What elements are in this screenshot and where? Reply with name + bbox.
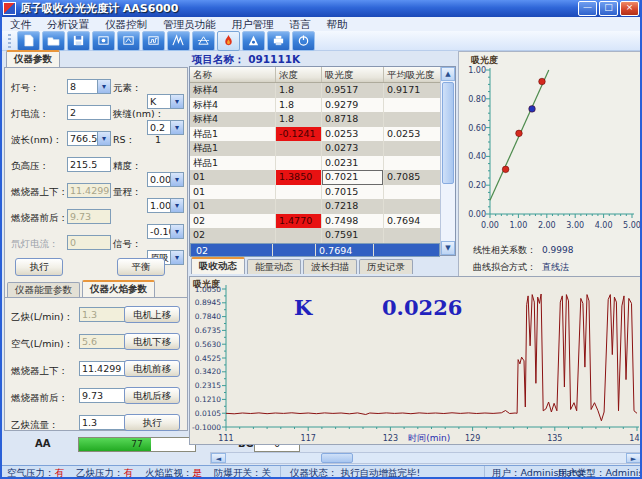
minimize-button[interactable]: — bbox=[578, 1, 597, 16]
autosampler-button[interactable] bbox=[242, 31, 265, 51]
menu-analysis-settings[interactable]: 分析设置 bbox=[39, 17, 97, 31]
acetylene-flow-display: 1.3 bbox=[79, 307, 129, 322]
table-row[interactable]: 010.7218 bbox=[190, 199, 440, 214]
scrollbar-thumb[interactable] bbox=[442, 82, 454, 184]
burner-height-input[interactable]: 11.4299 bbox=[79, 361, 129, 376]
lamp-current-label: 灯电流： bbox=[11, 108, 49, 121]
flame-monitor-status: 火焰监视：是 bbox=[145, 467, 202, 479]
close-button[interactable]: × bbox=[620, 1, 639, 16]
lamp-number-select[interactable]: 8▾ bbox=[67, 79, 111, 94]
tab-absorbance-dynamic[interactable]: 吸收动态 bbox=[191, 257, 245, 274]
tab-history[interactable]: 历史记录 bbox=[359, 259, 413, 274]
fit-method-line: 曲线拟合方式：直线法 bbox=[473, 261, 569, 274]
energy-auto-gain-icon bbox=[147, 34, 160, 47]
scrollbar-thumb[interactable] bbox=[321, 453, 353, 463]
header-avg-absorbance: 平均吸光度 bbox=[384, 67, 440, 82]
table-row[interactable]: 011.38500.70210.7085 bbox=[190, 170, 440, 185]
tab-wavelength-scan[interactable]: 波长扫描 bbox=[303, 259, 357, 274]
user-type-status: 用户类型：Administrator bbox=[558, 467, 642, 479]
motor-back-button[interactable]: 电机后移 bbox=[124, 387, 180, 404]
save-icon bbox=[72, 34, 85, 47]
table-row[interactable]: 标样41.80.8718 bbox=[190, 112, 440, 127]
svg-text:时间(min): 时间(min) bbox=[408, 433, 450, 443]
tab-flame-params[interactable]: 仪器火焰参数 bbox=[82, 280, 155, 297]
maximize-button[interactable]: □ bbox=[599, 1, 618, 16]
svg-text:0.20: 0.20 bbox=[468, 181, 486, 190]
menu-help[interactable]: 帮助 bbox=[319, 17, 356, 31]
table-vertical-scrollbar[interactable]: ▲ ▼ bbox=[440, 67, 455, 255]
svg-text:0.0105: 0.0105 bbox=[195, 409, 221, 418]
dynamic-tabstrip: 吸收动态 能量动态 波长扫描 历史记录 bbox=[191, 258, 415, 274]
svg-text:1.00: 1.00 bbox=[468, 66, 486, 75]
execute-flame-button[interactable]: 执行 bbox=[124, 414, 180, 431]
table-row[interactable]: 样品1-0.12410.02530.0253 bbox=[190, 127, 440, 142]
focused-cell: 0.7021 bbox=[322, 170, 384, 185]
lamp-current-input[interactable]: 2 bbox=[67, 105, 111, 120]
energy-auto-gain-button[interactable] bbox=[142, 31, 165, 51]
menu-file[interactable]: 文件 bbox=[2, 17, 39, 31]
menu-language[interactable]: 语言 bbox=[282, 17, 319, 31]
svg-text:129: 129 bbox=[465, 434, 480, 443]
save-button[interactable] bbox=[67, 31, 90, 51]
air-label: 空气(L/min)： bbox=[11, 338, 73, 351]
dropdown-arrow-icon: ▾ bbox=[97, 80, 110, 93]
svg-text:0.7840: 0.7840 bbox=[195, 312, 221, 321]
svg-text:-0.1000: -0.1000 bbox=[192, 423, 221, 432]
motor-down-button[interactable]: 电机下移 bbox=[124, 333, 180, 350]
table-row[interactable]: 样品10.0231 bbox=[190, 156, 440, 171]
flame-icon bbox=[222, 34, 235, 47]
lamp-setup-button[interactable] bbox=[92, 31, 115, 51]
chart-horizontal-scrollbar[interactable]: ◄ ► bbox=[210, 452, 642, 464]
neg-hv-input[interactable]: 215.5 bbox=[67, 157, 111, 172]
svg-text:1.0050: 1.0050 bbox=[195, 285, 221, 294]
menu-instrument-control[interactable]: 仪器控制 bbox=[97, 17, 155, 31]
menu-admin-functions[interactable]: 管理员功能 bbox=[155, 17, 224, 31]
menu-user-management[interactable]: 用户管理 bbox=[224, 17, 282, 31]
monochromator-button[interactable] bbox=[192, 31, 215, 51]
table-row[interactable]: 标样41.80.9279 bbox=[190, 98, 440, 113]
current-reading: 0.0226 bbox=[382, 295, 462, 320]
table-row[interactable]: 样品10.0273 bbox=[190, 141, 440, 156]
wavelength-select[interactable]: 766.5▾ bbox=[67, 131, 111, 146]
table-row-selected[interactable]: 020.7694 bbox=[190, 243, 440, 258]
scroll-left-icon[interactable]: ◄ bbox=[211, 453, 226, 463]
table-row[interactable]: 020.7591 bbox=[190, 228, 440, 243]
table-row[interactable]: 021.47700.74980.7694 bbox=[190, 214, 440, 229]
calibration-curve-panel: 吸光度 0.000.200.400.600.801.000.001.002.00… bbox=[458, 51, 642, 278]
motor-forward-button[interactable]: 电机前移 bbox=[124, 360, 180, 377]
new-project-button[interactable] bbox=[17, 31, 40, 51]
print-button[interactable] bbox=[267, 31, 290, 51]
lamp-position-button[interactable] bbox=[117, 31, 140, 51]
acetylene-flow-input[interactable]: 1.3 bbox=[79, 415, 129, 430]
lamp-number-label: 灯号： bbox=[11, 82, 40, 95]
scroll-right-icon[interactable]: ► bbox=[626, 453, 641, 463]
table-row[interactable]: 标样41.80.95170.9171 bbox=[190, 83, 440, 98]
acetylene-label: 乙炔(L/min)： bbox=[11, 311, 73, 324]
flame-ignite-button[interactable] bbox=[217, 31, 240, 51]
neg-hv-label: 负高压： bbox=[11, 160, 49, 173]
monochromator-icon bbox=[197, 34, 210, 47]
tab-energy-dynamic[interactable]: 能量动态 bbox=[247, 259, 301, 274]
open-project-icon bbox=[47, 34, 60, 47]
execute-params-button[interactable]: 执行 bbox=[15, 258, 63, 276]
wavelength-scan-button[interactable] bbox=[167, 31, 190, 51]
results-table: 名称 浓度 吸光度 平均吸光度 标样41.80.95170.9171 标样41.… bbox=[189, 66, 456, 256]
motor-up-button[interactable]: 电机上移 bbox=[124, 306, 180, 323]
tab-energy-params[interactable]: 仪器能量参数 bbox=[7, 282, 80, 297]
wavelength-scan-icon bbox=[172, 34, 185, 47]
svg-text:4.00: 4.00 bbox=[595, 221, 613, 230]
precision-label: 精度： bbox=[113, 160, 142, 173]
scroll-down-icon[interactable]: ▼ bbox=[441, 241, 455, 255]
scroll-up-icon[interactable]: ▲ bbox=[441, 67, 455, 81]
menu-bar: 文件 分析设置 仪器控制 管理员功能 用户管理 语言 帮助 bbox=[2, 17, 640, 32]
open-project-button[interactable] bbox=[42, 31, 65, 51]
table-row[interactable]: 010.7015 bbox=[190, 185, 440, 200]
range-label: 量程： bbox=[113, 186, 142, 199]
power-button[interactable] bbox=[292, 31, 315, 51]
tab-instrument-params[interactable]: 仪器参数 bbox=[6, 50, 60, 67]
toolbar bbox=[2, 31, 640, 51]
wavelength-label: 波长(nm)： bbox=[11, 134, 62, 147]
element-label: 元素： bbox=[113, 82, 142, 95]
burner-depth-input[interactable]: 9.73 bbox=[79, 388, 129, 403]
balance-button[interactable]: 平衡 bbox=[117, 258, 165, 276]
